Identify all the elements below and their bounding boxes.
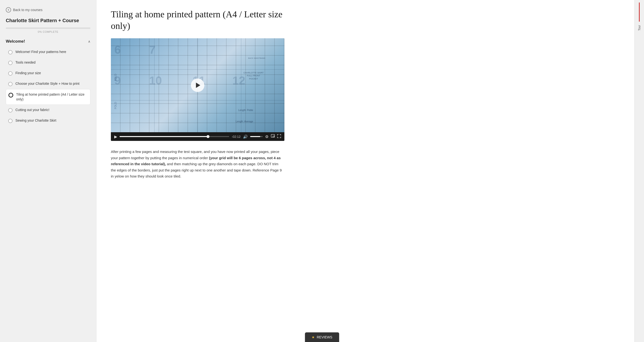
main-content: Tiling at home printed pattern (A4 / Let… [96,0,634,342]
settings-icon[interactable]: ⚙ [265,134,268,139]
tour-button[interactable]: Tour [637,23,642,32]
list-item-active[interactable]: Tiling at home printed pattern (A4 / Let… [6,89,90,105]
lesson-text: Sewing your Charlotte Skirt [16,118,56,123]
lesson-radio [8,71,12,76]
chevron-up-icon: ∧ [88,39,90,43]
video-progress-played [120,136,210,137]
right-panel: Tour [634,0,644,342]
progress-label: 0% COMPLETE [6,30,90,33]
body-end: elow on how they should look once tiled. [116,174,181,178]
video-progress-track[interactable] [120,136,229,137]
reviews-bar[interactable]: ★ REVIEWS [305,332,339,342]
back-label: Back to my courses [13,8,42,12]
video-container: 6 7 9 10 11 12 FOLD FOLD CHARLOTTE SKIRT… [111,38,284,141]
section-header-welcome[interactable]: Welcome! ∧ [6,39,90,44]
reviews-label: REVIEWS [317,335,332,339]
video-controls: ▶ -02:12 🔊 ⚙ [111,132,284,141]
volume-track[interactable] [250,136,263,137]
lesson-text-active: Tiling at home printed pattern (A4 / Let… [16,92,88,102]
back-arrow-icon [6,7,11,12]
lesson-text: Cutting out your fabric! [16,108,50,112]
star-icon: ★ [312,335,315,339]
lesson-text: Welcome! Find your patterns here [16,50,66,54]
play-pause-button[interactable]: ▶ [114,134,117,139]
volume-fill [250,136,260,137]
lesson-list: Welcome! Find your patterns here Tools n… [6,47,90,126]
list-item[interactable]: Welcome! Find your patterns here [6,47,90,57]
pip-icon[interactable] [271,134,275,139]
lesson-radio-active [8,93,13,97]
video-progress-thumb [206,135,210,138]
red-accent-bar [639,2,640,22]
course-title: Charlotte Skirt Pattern + Course [6,17,90,23]
svg-rect-1 [273,136,274,137]
video-play-overlay [111,38,284,132]
back-to-courses-link[interactable]: Back to my courses [6,7,90,12]
lesson-text: Finding your size [16,71,41,76]
list-item[interactable]: Choose your Charlotte Style + How to pri… [6,78,90,89]
progress-bar [6,27,90,29]
fullscreen-icon[interactable] [277,134,281,139]
lesson-radio [8,82,12,86]
play-button[interactable] [191,78,204,92]
list-item[interactable]: Cutting out your fabric! [6,105,90,115]
volume-icon[interactable]: 🔊 [243,134,248,139]
list-item[interactable]: Sewing your Charlotte Skirt [6,115,90,126]
video-time: -02:12 [232,135,240,138]
lesson-radio [8,50,12,54]
lesson-radio [8,61,12,65]
lesson-text: Choose your Charlotte Style + How to pri… [16,81,80,86]
list-item[interactable]: Finding your size [6,68,90,78]
page-title: Tiling at home printed pattern (A4 / Let… [111,9,284,31]
lesson-radio [8,108,12,112]
video-thumbnail[interactable]: 6 7 9 10 11 12 FOLD FOLD CHARLOTTE SKIRT… [111,38,284,132]
lesson-radio [8,119,12,123]
lesson-text: Tools needed [16,60,36,65]
body-text: After printing a few pages and measuring… [111,149,284,179]
radio-inner [10,94,12,96]
list-item[interactable]: Tools needed [6,57,90,68]
section-title: Welcome! [6,39,25,44]
sidebar: Back to my courses Charlotte Skirt Patte… [0,0,96,342]
